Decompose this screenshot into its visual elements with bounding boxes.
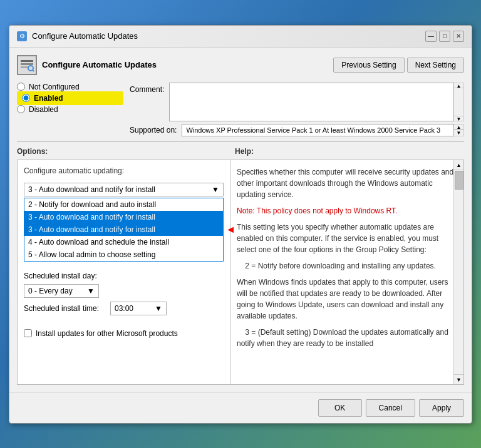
cancel-button[interactable]: Cancel: [366, 399, 415, 417]
schedule-time-dropdown[interactable]: 03:00 ▼: [110, 302, 167, 315]
title-buttons: — □ ✕: [425, 31, 464, 42]
nav-buttons: Previous Setting Next Setting: [333, 58, 464, 73]
top-sections: Not Configured Enabled Disabled Comment:: [17, 83, 464, 121]
svg-point-3: [28, 66, 33, 71]
right-scroll-track: [454, 170, 463, 374]
svg-line-4: [33, 70, 34, 71]
help-text: Specifies whether this computer will rec…: [237, 166, 457, 349]
help-header: Help:: [235, 147, 464, 156]
comment-textarea[interactable]: [169, 83, 454, 121]
disabled-radio[interactable]: [17, 105, 25, 113]
svg-rect-1: [21, 63, 33, 65]
dialog-icon: ⚙: [17, 31, 27, 41]
right-pane: Specifies whether this computer will rec…: [230, 160, 463, 384]
options-label: Options:: [17, 147, 48, 156]
help-paragraph-2: This setting lets you specify whether au…: [237, 221, 457, 255]
schedule-time-arrow: ▼: [155, 304, 162, 313]
enabled-radio-label[interactable]: Enabled: [17, 91, 123, 105]
supported-scroll-down[interactable]: ▼: [454, 130, 463, 135]
scrollbar-down-arrow[interactable]: ▼: [454, 116, 463, 121]
help-note-text: Note: This policy does not apply to Wind…: [237, 206, 397, 215]
help-note: Note: This policy does not apply to Wind…: [237, 205, 457, 216]
disabled-label: Disabled: [29, 105, 58, 114]
schedule-day-dropdown-row: 0 - Every day ▼: [24, 284, 224, 298]
help-paragraph-3: 2 = Notify before downloading and instal…: [237, 260, 457, 272]
header-icon: [17, 55, 37, 75]
install-updates-label: Install updates for other Microsoft prod…: [36, 329, 178, 338]
help-paragraph-5: 3 = (Default setting) Download the updat…: [237, 327, 457, 349]
schedule-day-row: Scheduled install day:: [24, 272, 224, 280]
dropdown-item-3-active[interactable]: 3 - Auto download and notify for install…: [24, 223, 223, 236]
comment-scrollbar: ▲ ▼: [454, 83, 464, 121]
schedule-time-label: Scheduled install time:: [24, 304, 105, 313]
dropdown-item-5[interactable]: 5 - Allow local admin to choose setting: [24, 248, 223, 261]
schedule-day-label: Scheduled install day:: [24, 272, 105, 280]
divider: [17, 141, 464, 142]
enabled-radio[interactable]: [22, 94, 30, 102]
enabled-label: Enabled: [34, 94, 63, 103]
comment-wrapper: Comment: ▲ ▼: [130, 83, 464, 121]
not-configured-radio[interactable]: [17, 83, 25, 91]
right-scroll-down[interactable]: ▼: [454, 374, 463, 384]
svg-rect-2: [21, 66, 28, 68]
dropdown-item-2[interactable]: 2 - Notify for download and auto install: [24, 198, 223, 211]
not-configured-label: Not Configured: [29, 83, 80, 91]
configure-dropdown-wrapper: 3 - Auto download and notify for install…: [24, 183, 224, 262]
configure-dropdown-list: 2 - Notify for download and auto install…: [24, 198, 224, 262]
schedule-time-row: Scheduled install time: 03:00 ▼: [24, 302, 224, 315]
supported-section: Supported on: Windows XP Professional Se…: [130, 124, 464, 136]
disabled-radio-label[interactable]: Disabled: [17, 105, 123, 114]
minimize-button[interactable]: —: [425, 31, 437, 42]
configure-dropdown[interactable]: 3 - Auto download and notify for install…: [24, 183, 224, 196]
two-pane-container: Configure automatic updating: 3 - Auto d…: [17, 160, 464, 385]
configure-dropdown-arrow: ▼: [212, 185, 219, 194]
dropdown-item-3-selected[interactable]: 3 - Auto download and notify for install: [24, 211, 223, 223]
checkbox-row: Install updates for other Microsoft prod…: [24, 329, 224, 338]
dialog-content: Configure Automatic Updates Previous Set…: [9, 48, 472, 392]
dialog-title: Configure Automatic Updates: [32, 31, 138, 41]
next-setting-button[interactable]: Next Setting: [407, 58, 464, 73]
header-title: Configure Automatic Updates: [42, 60, 328, 69]
left-pane: Configure automatic updating: 3 - Auto d…: [18, 160, 230, 384]
install-updates-checkbox[interactable]: [24, 329, 32, 337]
schedule-day-dropdown[interactable]: 0 - Every day ▼: [24, 284, 99, 298]
close-button[interactable]: ✕: [453, 31, 464, 42]
title-bar: ⚙ Configure Automatic Updates — □ ✕: [9, 26, 472, 48]
help-label: Help:: [235, 147, 254, 156]
right-scroll-thumb[interactable]: [455, 171, 463, 190]
footer: OK Cancel Apply: [9, 392, 472, 423]
not-configured-radio-label[interactable]: Not Configured: [17, 83, 123, 91]
header-row: Configure Automatic Updates Previous Set…: [17, 55, 464, 75]
configure-automatic-updates-dialog: ⚙ Configure Automatic Updates — □ ✕ Conf…: [9, 25, 472, 424]
supported-scrollbar: ▲ ▼: [454, 124, 464, 136]
supported-text-box: Windows XP Professional Service Pack 1 o…: [182, 124, 464, 136]
supported-value: Windows XP Professional Service Pack 1 o…: [182, 124, 454, 136]
radio-section: Not Configured Enabled Disabled: [17, 83, 130, 121]
scrollbar-track: [454, 88, 463, 116]
schedule-section: Scheduled install day: 0 - Every day ▼ S…: [24, 272, 224, 319]
schedule-time-value: 03:00: [115, 304, 133, 313]
supported-scroll-up[interactable]: ▲: [454, 125, 463, 130]
options-header: Options:: [17, 147, 230, 156]
right-pane-scrollbar: ▲ ▼: [453, 160, 463, 384]
svg-rect-0: [21, 60, 33, 62]
comment-section: Comment: ▲ ▼: [130, 83, 464, 121]
comment-label: Comment:: [130, 83, 164, 94]
configure-dropdown-value: 3 - Auto download and notify for install: [28, 185, 155, 194]
apply-button[interactable]: Apply: [419, 399, 464, 417]
schedule-day-arrow: ▼: [87, 287, 95, 295]
ok-button[interactable]: OK: [318, 399, 362, 417]
schedule-day-value: 0 - Every day: [28, 287, 73, 295]
scrollbar-up-arrow[interactable]: ▲: [454, 83, 463, 88]
pane-headers: Options: Help:: [17, 147, 464, 156]
help-paragraph-1: Specifies whether this computer will rec…: [237, 166, 457, 200]
maximize-button[interactable]: □: [439, 31, 450, 42]
title-bar-left: ⚙ Configure Automatic Updates: [17, 31, 138, 41]
comment-textarea-wrapper: ▲ ▼: [169, 83, 464, 121]
prev-setting-button[interactable]: Previous Setting: [333, 58, 404, 73]
help-paragraph-4: When Windows finds updates that apply to…: [237, 277, 457, 322]
right-scroll-up[interactable]: ▲: [454, 160, 463, 170]
configure-label: Configure automatic updating:: [24, 166, 224, 175]
dropdown-item-4[interactable]: 4 - Auto download and schedule the insta…: [24, 236, 223, 248]
supported-label: Supported on:: [130, 126, 177, 135]
